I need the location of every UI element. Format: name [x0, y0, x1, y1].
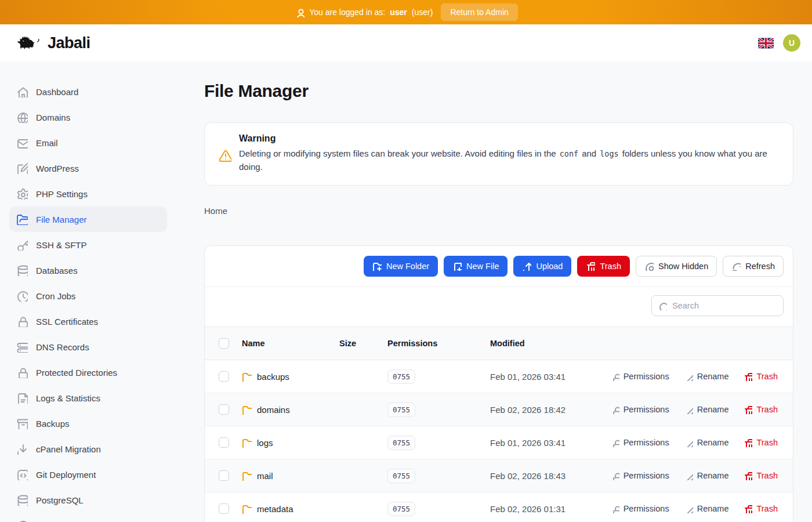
permissions-action[interactable]: Permissions [611, 405, 669, 414]
trash-button[interactable]: Trash [577, 256, 630, 277]
rename-action[interactable]: Rename [684, 438, 729, 447]
sidebar-item-label: Git Deployment [36, 470, 96, 480]
sidebar-item-dashboard[interactable]: Dashboard [9, 79, 167, 104]
user-icon [294, 7, 304, 17]
logged-in-prefix: You are logged in as: [309, 8, 385, 17]
sidebar-item-databases[interactable]: Databases [9, 258, 167, 283]
sidebar-item-ssh-sftp[interactable]: SSH & SFTP [9, 232, 167, 258]
trash-action[interactable]: Trash [744, 372, 778, 381]
permissions-action[interactable]: Permissions [611, 504, 669, 513]
trash-action[interactable]: Trash [744, 405, 778, 414]
table-header-row: Name Size Permissions Modified [205, 327, 793, 360]
file-name-link[interactable]: backups [242, 372, 339, 382]
file-name-link[interactable]: logs [242, 438, 339, 448]
search-input[interactable] [651, 295, 784, 316]
permissions-action[interactable]: Permissions [611, 372, 669, 381]
row-checkbox[interactable] [219, 503, 229, 514]
rename-action[interactable]: Rename [684, 471, 729, 480]
new-file-label: New File [466, 262, 499, 271]
sidebar-item-next-partial[interactable] [9, 513, 167, 522]
row-checkbox[interactable] [219, 371, 229, 382]
brand-name: Jabali [48, 34, 90, 52]
show-hidden-button[interactable]: Show Hidden [636, 256, 717, 277]
sidebar-item-php-settings[interactable]: PHP Settings [9, 181, 167, 206]
database-icon [16, 264, 28, 276]
row-checkbox[interactable] [219, 470, 229, 481]
trash-icon [586, 262, 595, 271]
rename-action[interactable]: Rename [684, 504, 729, 513]
show-hidden-label: Show Hidden [658, 262, 708, 271]
language-flag-icon[interactable] [758, 38, 774, 49]
modified-date: Feb 02, 2026 18:42 [490, 393, 619, 426]
sidebar-item-postgresql[interactable]: PostgreSQL [9, 487, 167, 513]
column-header-size: Size [339, 327, 387, 360]
sidebar-item-domains[interactable]: Domains [9, 104, 167, 130]
sidebar-item-label: SSH & SFTP [36, 240, 87, 250]
logged-in-role: (user) [412, 8, 433, 17]
sidebar-item-logs-statistics[interactable]: Logs & Statistics [9, 385, 167, 411]
trash-action[interactable]: Trash [744, 438, 778, 447]
refresh-button[interactable]: Refresh [723, 256, 784, 277]
trash-action[interactable]: Trash [744, 504, 778, 513]
warning-triangle-icon [219, 149, 231, 162]
permissions-action-label: Permissions [624, 438, 669, 447]
sidebar-item-cpanel-migration[interactable]: cPanel Migration [9, 436, 167, 462]
circle-icon [16, 520, 28, 522]
file-manager-toolbar: New Folder New File Upload Trash Show Hi… [205, 246, 793, 287]
sidebar-item-dns-records[interactable]: DNS Records [9, 334, 167, 360]
permissions-action[interactable]: Permissions [611, 438, 669, 447]
column-header-name: Name [242, 327, 339, 360]
user-avatar[interactable]: U [783, 34, 800, 52]
rename-action[interactable]: Rename [684, 405, 729, 414]
sidebar-item-email[interactable]: Email [9, 130, 167, 155]
sidebar-item-backups[interactable]: Backups [9, 411, 167, 436]
trash-icon [744, 505, 752, 513]
sidebar-item-ssl-certificates[interactable]: SSL Certificates [9, 309, 167, 334]
pencil-icon [684, 438, 693, 447]
new-file-button[interactable]: New File [444, 256, 507, 277]
sidebar-item-label: DNS Records [36, 342, 89, 352]
rename-action[interactable]: Rename [684, 372, 729, 381]
row-checkbox[interactable] [219, 437, 229, 448]
select-all-checkbox[interactable] [219, 338, 229, 349]
logged-in-message: You are logged in as: user (user) [294, 7, 433, 17]
lock-icon [611, 472, 619, 480]
folder-icon [242, 372, 252, 382]
file-name-link[interactable]: metadata [242, 504, 339, 514]
table-row: metadata 0755 Feb 02, 2026 01:31 Permiss… [205, 492, 793, 522]
sidebar-item-git-deployment[interactable]: Git Deployment [9, 462, 167, 487]
folder-open-icon [16, 213, 28, 225]
sidebar-item-protected-directories[interactable]: Protected Directories [9, 360, 167, 385]
file-name-link[interactable]: mail [242, 471, 339, 481]
upload-button[interactable]: Upload [513, 256, 571, 277]
file-name: domains [257, 405, 290, 415]
warning-alert: Warning Deleting or modifying system fil… [204, 122, 793, 186]
sidebar-item-label: Backups [36, 419, 70, 429]
permissions-action-label: Permissions [624, 405, 669, 414]
file-name: metadata [257, 504, 293, 514]
file-name-link[interactable]: domains [242, 405, 339, 415]
trash-action[interactable]: Trash [744, 471, 778, 480]
file-name: backups [257, 372, 289, 382]
permissions-action[interactable]: Permissions [611, 471, 669, 480]
sidebar-item-wordpress[interactable]: WordPress [9, 155, 167, 181]
sidebar-item-label: PHP Settings [36, 189, 88, 199]
rename-action-label: Rename [697, 405, 729, 414]
edit-icon [16, 162, 28, 174]
globe-icon [16, 111, 28, 123]
breadcrumb-home[interactable]: Home [204, 206, 227, 216]
return-to-admin-button[interactable]: Return to Admin [441, 3, 517, 21]
new-folder-button[interactable]: New Folder [364, 256, 438, 277]
pencil-icon [684, 372, 693, 381]
rename-action-label: Rename [697, 471, 729, 480]
brand-logo[interactable]: Jabali [16, 34, 90, 52]
warning-text: Deleting or modifying system files can b… [239, 147, 779, 173]
sidebar-item-label: cPanel Migration [36, 444, 101, 454]
new-folder-label: New Folder [386, 262, 429, 271]
sidebar-item-cron-jobs[interactable]: Cron Jobs [9, 283, 167, 309]
folder-icon [242, 405, 252, 415]
trash-action-label: Trash [756, 438, 778, 447]
row-checkbox[interactable] [219, 404, 229, 415]
clock-icon [16, 290, 28, 302]
sidebar-item-file-manager[interactable]: File Manager [9, 206, 167, 232]
